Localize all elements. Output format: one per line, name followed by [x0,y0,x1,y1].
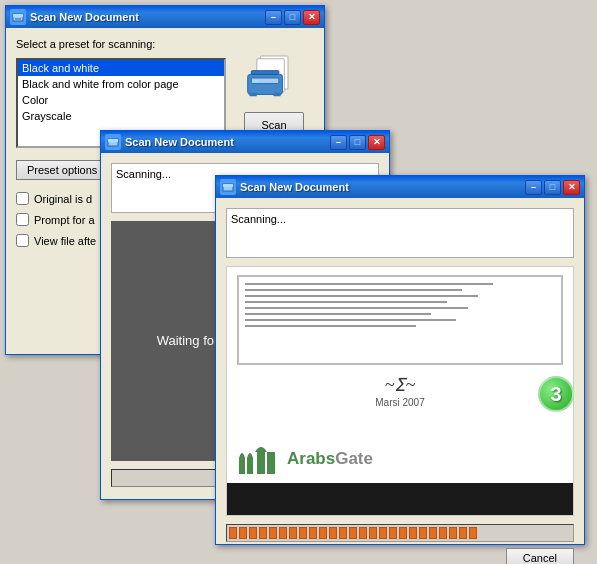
svg-rect-10 [273,93,280,97]
title-bar-1[interactable]: Scan New Document – □ ✕ [6,6,324,28]
progress-seg-6 [279,527,287,539]
minimize-btn-2[interactable]: – [330,135,347,150]
arabsgate-logo-icon [237,442,287,476]
title-bar-buttons-2: – □ ✕ [330,135,385,150]
maximize-btn-2[interactable]: □ [349,135,366,150]
checkbox-original-label: Original is d [34,193,92,205]
bottom-row-3: Cancel [226,548,574,564]
progress-seg-14 [359,527,367,539]
doc-line [245,307,468,309]
scanner-icon [244,53,299,103]
minimize-btn-1[interactable]: – [265,10,282,25]
preset-label: Select a preset for scanning: [16,38,314,50]
progress-seg-4 [259,527,267,539]
doc-line [245,301,447,303]
checkbox-prompt-input[interactable] [16,213,29,226]
scanning-status-3: Scanning... [226,208,574,258]
title-bar-3[interactable]: Scan New Document – □ ✕ [216,176,584,198]
minimize-btn-3[interactable]: – [525,180,542,195]
doc-line [245,295,478,297]
signature: ~Ʃ~ [287,375,513,397]
svg-rect-8 [251,71,279,75]
svg-rect-7 [253,80,257,82]
progress-seg-9 [309,527,317,539]
progress-seg-8 [299,527,307,539]
arabs-text: Arabs [287,449,335,469]
black-bar [227,483,573,515]
progress-seg-16 [379,527,387,539]
scan-button-area: Scan [234,53,314,138]
window-icon-1 [10,9,26,25]
window-3: Scan New Document – □ ✕ Scanning... [215,175,585,545]
title-bar-buttons-1: – □ ✕ [265,10,320,25]
progress-seg-5 [269,527,277,539]
svg-rect-12 [108,139,118,142]
progress-bar-3 [226,524,574,542]
window-title-1: Scan New Document [30,11,265,23]
progress-seg-3 [249,527,257,539]
window-icon-2 [105,134,121,150]
close-btn-2[interactable]: ✕ [368,135,385,150]
svg-rect-18 [267,452,275,474]
progress-seg-2 [239,527,247,539]
progress-fill [229,527,489,539]
preset-item-1[interactable]: Black and white from color page [18,76,224,92]
checkbox-view-label: View file afte [34,235,96,247]
preset-item-0[interactable]: Black and white [18,60,224,76]
gate-text: Gate [335,449,373,469]
doc-border [237,275,563,365]
progress-seg-24 [459,527,467,539]
doc-line [245,283,493,285]
close-btn-1[interactable]: ✕ [303,10,320,25]
step-circle-3: 3 [538,376,574,412]
svg-rect-1 [13,14,23,17]
title-bar-2[interactable]: Scan New Document – □ ✕ [101,131,389,153]
progress-seg-12 [339,527,347,539]
progress-seg-19 [409,527,417,539]
svg-rect-17 [257,452,265,474]
window-title-2: Scan New Document [125,136,330,148]
progress-seg-17 [389,527,397,539]
progress-seg-21 [429,527,437,539]
window-title-3: Scan New Document [240,181,525,193]
checkbox-view-input[interactable] [16,234,29,247]
doc-line [245,289,462,291]
scan-icon-box [244,53,304,108]
window3-content: Scanning... ~Ʃ~ Marsi 2007 [216,198,584,564]
maximize-btn-1[interactable]: □ [284,10,301,25]
progress-seg-25 [469,527,477,539]
preset-item-3[interactable]: Grayscale [18,108,224,124]
progress-seg-22 [439,527,447,539]
maximize-btn-3[interactable]: □ [544,180,561,195]
checkbox-prompt-label: Prompt for a [34,214,95,226]
cancel-button[interactable]: Cancel [506,548,574,564]
preset-options-button[interactable]: Preset options [16,160,108,180]
progress-seg-11 [329,527,337,539]
checkbox-original-input[interactable] [16,192,29,205]
preset-item-2[interactable]: Color [18,92,224,108]
title-bar-buttons-3: – □ ✕ [525,180,580,195]
doc-line [245,313,431,315]
progress-seg-1 [229,527,237,539]
doc-line [245,325,416,327]
progress-seg-10 [319,527,327,539]
progress-seg-7 [289,527,297,539]
signature-area: ~Ʃ~ Marsi 2007 [287,375,513,408]
svg-rect-9 [250,93,257,97]
svg-rect-14 [223,184,233,187]
marsi-text: Marsi 2007 [287,397,513,408]
svg-rect-15 [239,458,245,474]
window-icon-3 [220,179,236,195]
doc-text-lines [239,277,561,333]
progress-seg-20 [419,527,427,539]
arabsgate-area: ArabsGate [227,438,573,480]
progress-seg-23 [449,527,457,539]
progress-seg-18 [399,527,407,539]
scan-preview-3: ~Ʃ~ Marsi 2007 ArabsGate [226,266,574,516]
svg-rect-5 [248,74,283,94]
progress-seg-13 [349,527,357,539]
progress-seg-15 [369,527,377,539]
close-btn-3[interactable]: ✕ [563,180,580,195]
doc-line [245,319,456,321]
svg-rect-16 [247,458,253,474]
